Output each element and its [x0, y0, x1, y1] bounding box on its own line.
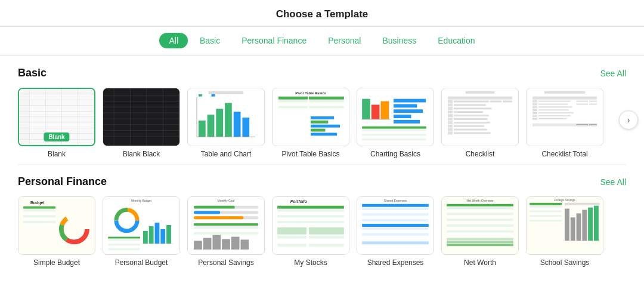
template-school-savings-label: School Savings: [540, 258, 590, 267]
svg-rect-79: [448, 128, 453, 131]
svg-rect-72: [454, 115, 489, 116]
svg-rect-141: [194, 211, 220, 214]
svg-rect-181: [362, 230, 429, 233]
template-shared-expenses-thumb: Shared Expenses: [357, 196, 434, 255]
svg-rect-153: [231, 237, 240, 250]
svg-rect-145: [194, 226, 258, 229]
svg-rect-48: [394, 109, 423, 113]
template-net-worth[interactable]: Net Worth: Overview: [441, 196, 519, 267]
svg-rect-36: [309, 109, 344, 111]
tab-business[interactable]: Business: [373, 33, 426, 48]
page-title: Choose a Template: [276, 8, 369, 20]
svg-rect-35: [278, 109, 308, 111]
pf-template-row: Budget Simple Bu: [18, 196, 626, 267]
template-personal-savings[interactable]: Monthly Goal: [187, 196, 265, 267]
svg-rect-204: [530, 206, 562, 208]
svg-rect-18: [225, 103, 232, 137]
svg-rect-165: [277, 236, 306, 239]
svg-rect-94: [532, 106, 537, 108]
template-blank-black-label: Blank Black: [123, 150, 160, 158]
svg-rect-207: [530, 212, 562, 214]
svg-text:Portfolio: Portfolio: [290, 199, 307, 204]
template-school-savings-thumb: College Savings: [526, 196, 603, 255]
svg-rect-28: [309, 97, 344, 100]
svg-rect-32: [309, 103, 344, 105]
basic-scroll-right[interactable]: ›: [619, 110, 638, 130]
svg-rect-85: [532, 97, 597, 100]
tab-basic[interactable]: Basic: [190, 33, 230, 48]
svg-rect-29: [278, 100, 308, 103]
svg-rect-81: [448, 131, 453, 134]
svg-rect-34: [309, 106, 344, 108]
svg-rect-69: [448, 110, 453, 113]
svg-rect-111: [23, 212, 55, 214]
tab-personal-finance[interactable]: Personal Finance: [232, 33, 316, 48]
template-personal-savings-thumb: Monthly Goal: [187, 196, 265, 255]
template-blank[interactable]: Blank Blank: [18, 88, 95, 158]
template-table-chart-label: Table and Chart: [201, 150, 252, 158]
template-school-savings[interactable]: College Savings: [526, 196, 603, 267]
template-simple-budget[interactable]: Budget Simple Bu: [18, 196, 95, 267]
svg-rect-213: [571, 217, 575, 241]
svg-rect-98: [532, 112, 537, 114]
tab-all[interactable]: All: [159, 33, 188, 48]
template-blank-black[interactable]: Blank Black: [103, 88, 180, 158]
svg-rect-23: [199, 94, 202, 97]
svg-rect-16: [208, 115, 215, 137]
nav-tabs-bar: All Basic Personal Finance Personal Busi…: [0, 27, 644, 56]
template-checklist-total[interactable]: Checklist Total: [526, 88, 603, 158]
template-shared-expenses[interactable]: Shared Expenses: [357, 196, 434, 267]
svg-rect-150: [203, 238, 212, 250]
template-personal-budget[interactable]: Monthly Budget: [103, 196, 180, 267]
svg-rect-14: [209, 91, 244, 94]
personal-finance-see-all[interactable]: See All: [600, 177, 626, 187]
svg-rect-57: [362, 138, 426, 140]
svg-text:Shared Expenses: Shared Expenses: [384, 199, 407, 202]
tab-education[interactable]: Education: [428, 33, 484, 48]
svg-rect-188: [447, 207, 513, 210]
template-checklist[interactable]: Checklist: [441, 88, 519, 158]
svg-rect-82: [454, 132, 491, 134]
svg-rect-45: [381, 101, 389, 119]
svg-rect-31: [278, 103, 308, 105]
svg-rect-191: [447, 215, 513, 218]
svg-rect-56: [362, 136, 426, 138]
tab-personal[interactable]: Personal: [318, 33, 370, 48]
svg-rect-103: [538, 118, 566, 119]
svg-rect-50: [394, 120, 420, 124]
svg-rect-73: [448, 118, 453, 121]
svg-rect-62: [454, 101, 489, 103]
svg-rect-64: [503, 101, 512, 103]
template-checklist-label: Checklist: [466, 150, 495, 158]
svg-rect-40: [311, 129, 325, 132]
template-personal-budget-label: Personal Budget: [115, 258, 168, 267]
svg-rect-59: [466, 91, 495, 94]
svg-rect-215: [582, 210, 587, 241]
svg-rect-47: [394, 104, 417, 107]
svg-rect-161: [277, 218, 344, 220]
svg-rect-84: [544, 91, 586, 94]
svg-rect-174: [362, 208, 429, 210]
svg-rect-53: [362, 130, 426, 131]
svg-rect-159: [277, 212, 344, 214]
svg-rect-128: [166, 225, 171, 244]
svg-rect-208: [530, 215, 562, 217]
svg-rect-38: [311, 121, 328, 124]
template-table-chart[interactable]: Table and Chart: [187, 88, 265, 158]
template-pivot-table[interactable]: Pivot Table Basics: [272, 88, 349, 158]
svg-rect-63: [490, 101, 502, 103]
svg-rect-102: [532, 118, 537, 120]
template-charting-basics[interactable]: Charting Basics: [357, 88, 434, 158]
svg-rect-68: [454, 107, 492, 109]
svg-rect-27: [278, 97, 308, 100]
svg-rect-139: [194, 206, 235, 209]
svg-rect-176: [362, 213, 429, 215]
basic-see-all[interactable]: See All: [600, 69, 626, 78]
svg-rect-182: [362, 233, 429, 236]
svg-rect-106: [589, 124, 597, 125]
svg-rect-209: [530, 217, 562, 219]
template-my-stocks[interactable]: Portfolio: [272, 196, 349, 267]
section-basic-header: Basic See All: [18, 67, 626, 79]
svg-rect-203: [530, 203, 562, 205]
svg-rect-131: [108, 239, 140, 241]
